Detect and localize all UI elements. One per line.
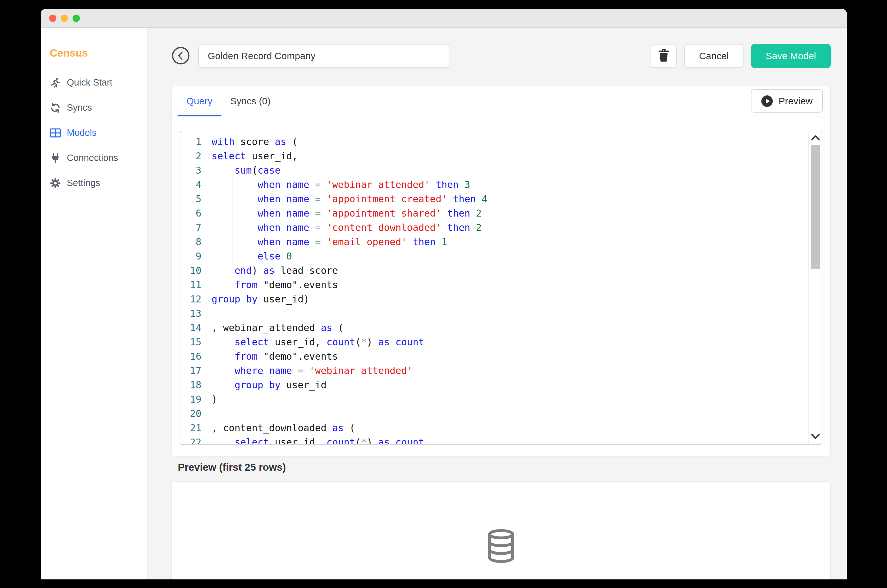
indent-guide bbox=[210, 335, 210, 349]
chevron-left-circle-icon bbox=[171, 46, 190, 66]
back-button[interactable] bbox=[171, 47, 190, 65]
sidebar-item-label: Models bbox=[67, 128, 97, 138]
code-line: 3 sum(case bbox=[180, 163, 822, 177]
line-number: 16 bbox=[180, 349, 201, 363]
code-line: 5 when name = 'appointment created' then… bbox=[180, 192, 822, 206]
sidebar-item-label: Quick Start bbox=[67, 77, 112, 88]
line-number: 15 bbox=[180, 335, 201, 349]
indent-guide bbox=[210, 435, 210, 445]
trash-icon bbox=[658, 48, 669, 64]
code-text: else 0 bbox=[212, 249, 292, 263]
indent-guide bbox=[210, 177, 210, 192]
scroll-down-button[interactable] bbox=[809, 431, 822, 444]
line-number: 13 bbox=[180, 306, 201, 321]
code-text: with score as ( bbox=[212, 135, 298, 149]
code-line: 4 when name = 'webinar attended' then 3 bbox=[180, 177, 822, 192]
line-number: 11 bbox=[180, 278, 201, 292]
preview-heading: Preview (first 25 rows) bbox=[178, 461, 831, 473]
code-line: 19) bbox=[180, 392, 822, 406]
screenshot-background: Census Quick StartSyncsModelsConnections… bbox=[0, 0, 887, 588]
indent-guide bbox=[233, 206, 233, 220]
code-text: select user_id, count(*) as count bbox=[212, 435, 424, 445]
code-line: 22 select user_id, count(*) as count bbox=[180, 435, 822, 445]
delete-model-button[interactable] bbox=[651, 44, 677, 68]
chevron-up-icon bbox=[811, 135, 820, 142]
code-text: , webinar_attended as ( bbox=[212, 321, 344, 335]
code-line: 21, content_downloaded as ( bbox=[180, 421, 822, 435]
code-text: from "demo".events bbox=[212, 349, 338, 363]
code-line: 10 end) as lead_score bbox=[180, 263, 822, 278]
code-line: 1with score as ( bbox=[180, 135, 822, 149]
line-number: 1 bbox=[180, 135, 201, 149]
zoom-button[interactable] bbox=[72, 15, 80, 22]
code-line: 15 select user_id, count(*) as count bbox=[180, 335, 822, 349]
code-text: group by user_id) bbox=[212, 292, 309, 306]
line-number: 2 bbox=[180, 149, 201, 163]
indent-guide bbox=[210, 163, 210, 177]
indent-guide bbox=[210, 249, 210, 263]
indent-guide bbox=[210, 206, 210, 220]
line-number: 18 bbox=[180, 378, 201, 392]
query-panel: Query Syncs (0) Preview bbox=[171, 86, 831, 456]
sidebar-item-syncs[interactable]: Syncs bbox=[50, 95, 147, 120]
close-button[interactable] bbox=[49, 15, 56, 22]
minimize-button[interactable] bbox=[61, 15, 68, 22]
code-line: 20 bbox=[180, 406, 822, 421]
sidebar-item-models[interactable]: Models bbox=[50, 120, 147, 146]
indent-guide bbox=[210, 278, 210, 292]
code-text: where name = 'webinar attended' bbox=[212, 363, 413, 378]
line-number: 19 bbox=[180, 392, 201, 406]
line-number: 20 bbox=[180, 406, 201, 421]
model-name-input[interactable] bbox=[198, 44, 450, 68]
indent-guide bbox=[233, 249, 233, 263]
scroll-up-button[interactable] bbox=[809, 132, 822, 145]
line-number: 22 bbox=[180, 435, 201, 445]
code-text: select user_id, count(*) as count bbox=[212, 335, 424, 349]
preview-button-label: Preview bbox=[779, 96, 813, 106]
sidebar-item-quick-start[interactable]: Quick Start bbox=[50, 70, 147, 95]
code-text: from "demo".events bbox=[212, 278, 338, 292]
editor-scrollbar[interactable] bbox=[808, 131, 822, 444]
line-number: 10 bbox=[180, 263, 201, 278]
code-line: 16 from "demo".events bbox=[180, 349, 822, 363]
sidebar-item-settings[interactable]: Settings bbox=[50, 171, 147, 196]
plug-icon bbox=[50, 152, 61, 164]
code-text: , content_downloaded as ( bbox=[212, 421, 356, 435]
indent-guide bbox=[210, 192, 210, 206]
indent-guide bbox=[210, 220, 210, 235]
sidebar-nav: Quick StartSyncsModelsConnectionsSetting… bbox=[50, 70, 147, 196]
app-window: Census Quick StartSyncsModelsConnections… bbox=[41, 9, 847, 579]
chevron-down-icon bbox=[811, 434, 820, 441]
scrollbar-thumb[interactable] bbox=[811, 145, 820, 269]
indent-guide bbox=[210, 235, 210, 249]
gear-icon bbox=[50, 177, 61, 189]
topbar: Cancel Save Model bbox=[171, 44, 831, 68]
runner-icon bbox=[50, 77, 61, 88]
code-text: group by user_id bbox=[212, 378, 326, 392]
sidebar-item-label: Connections bbox=[67, 153, 118, 163]
sidebar-item-connections[interactable]: Connections bbox=[50, 146, 147, 171]
indent-guide bbox=[233, 235, 233, 249]
sidebar-item-label: Settings bbox=[67, 178, 100, 188]
preview-panel: No preview bbox=[171, 482, 831, 579]
code-text: when name = 'email opened' then 1 bbox=[212, 235, 447, 249]
code-text: select user_id, bbox=[212, 149, 298, 163]
tab-syncs[interactable]: Syncs (0) bbox=[221, 86, 280, 116]
indent-guide bbox=[210, 378, 210, 392]
code-line: 2select user_id, bbox=[180, 149, 822, 163]
run-preview-button[interactable]: Preview bbox=[751, 89, 823, 112]
tabs-row: Query Syncs (0) Preview bbox=[172, 86, 830, 116]
window-titlebar bbox=[41, 9, 847, 28]
code-text: when name = 'webinar attended' then 3 bbox=[212, 177, 470, 192]
line-number: 17 bbox=[180, 363, 201, 378]
code-line: 18 group by user_id bbox=[180, 378, 822, 392]
line-number: 4 bbox=[180, 177, 201, 192]
main-content: Cancel Save Model Query Syncs (0) bbox=[148, 28, 847, 579]
save-model-button[interactable]: Save Model bbox=[751, 44, 831, 68]
cancel-button[interactable]: Cancel bbox=[684, 44, 743, 68]
sql-editor[interactable]: 1with score as (2select user_id,3 sum(ca… bbox=[180, 131, 822, 445]
line-number: 12 bbox=[180, 292, 201, 306]
tab-query[interactable]: Query bbox=[177, 86, 221, 116]
code-text: when name = 'appointment shared' then 2 bbox=[212, 206, 482, 220]
indent-guide bbox=[210, 363, 210, 378]
